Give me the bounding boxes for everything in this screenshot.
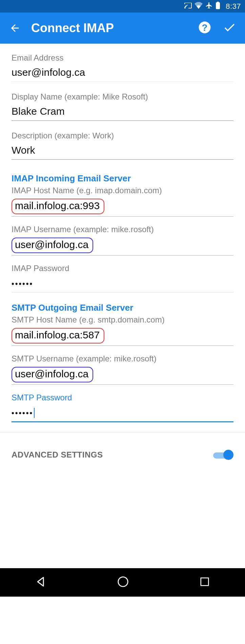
page-title: Connect IMAP <box>24 21 198 35</box>
system-nav-bar <box>0 568 245 597</box>
confirm-button[interactable] <box>223 21 236 36</box>
app-bar: Connect IMAP ? <box>0 13 245 44</box>
help-button[interactable]: ? <box>198 21 211 35</box>
imap-pass-input[interactable]: •••••• <box>12 276 233 292</box>
battery-icon <box>216 2 220 11</box>
smtp-user-highlight: user@infolog.ca <box>12 367 93 382</box>
smtp-section-heading: SMTP Outgoing Email Server <box>12 303 233 313</box>
svg-rect-1 <box>216 2 220 9</box>
advanced-settings-row[interactable]: ADVANCED SETTINGS <box>0 440 245 470</box>
back-button[interactable] <box>5 22 24 34</box>
svg-rect-6 <box>201 578 209 586</box>
svg-point-0 <box>184 7 186 8</box>
nav-home-button[interactable] <box>117 576 129 589</box>
cast-icon <box>184 2 192 11</box>
imap-host-input[interactable]: mail.infolog.ca:993 <box>15 200 100 211</box>
smtp-pass-label: SMTP Password <box>12 393 233 402</box>
imap-user-input[interactable]: user@infolog.ca <box>15 239 88 250</box>
wifi-icon <box>195 2 203 11</box>
display-name-input[interactable]: Blake Cram <box>12 104 233 121</box>
svg-rect-2 <box>217 2 219 3</box>
description-input[interactable]: Work <box>12 143 233 160</box>
description-field-group: Description (example: Work) Work <box>12 131 233 160</box>
form-content: Email Address user@infolog.ca Display Na… <box>0 44 245 440</box>
imap-user-highlight: user@infolog.ca <box>12 238 93 253</box>
status-clock: 8:37 <box>226 2 241 11</box>
email-field-group: Email Address user@infolog.ca <box>12 53 233 82</box>
smtp-pass-field-group: SMTP Password •••••• <box>12 393 233 422</box>
svg-text:?: ? <box>202 23 207 33</box>
advanced-settings-label: ADVANCED SETTINGS <box>12 450 103 460</box>
description-label: Description (example: Work) <box>12 131 233 140</box>
nav-back-button[interactable] <box>35 576 47 589</box>
smtp-pass-input[interactable]: •••••• <box>12 405 233 422</box>
imap-pass-label: IMAP Password <box>12 264 233 273</box>
nav-recent-button[interactable] <box>200 577 210 588</box>
display-name-field-group: Display Name (example: Mike Rosoft) Blak… <box>12 92 233 121</box>
imap-user-label: IMAP Username (example: mike.rosoft) <box>12 225 233 234</box>
smtp-host-field-group: SMTP Host Name (e.g. smtp.domain.com) ma… <box>12 315 233 346</box>
smtp-host-highlight: mail.infolog.ca:587 <box>12 328 104 343</box>
advanced-settings-toggle[interactable] <box>213 449 233 461</box>
imap-host-highlight: mail.infolog.ca:993 <box>12 199 104 214</box>
status-bar: 8:37 <box>0 0 245 13</box>
imap-pass-field-group: IMAP Password •••••• <box>12 264 233 292</box>
smtp-user-input[interactable]: user@infolog.ca <box>15 368 88 379</box>
email-label: Email Address <box>12 53 233 63</box>
imap-host-label: IMAP Host Name (e.g. imap.domain.com) <box>12 186 233 195</box>
email-input[interactable]: user@infolog.ca <box>12 65 233 82</box>
imap-user-field-group: IMAP Username (example: mike.rosoft) use… <box>12 225 233 256</box>
smtp-user-label: SMTP Username (example: mike.rosoft) <box>12 354 233 363</box>
airplane-icon <box>205 2 213 11</box>
status-icons <box>184 2 220 11</box>
text-cursor <box>34 408 35 418</box>
smtp-host-input[interactable]: mail.infolog.ca:587 <box>15 329 100 340</box>
smtp-host-label: SMTP Host Name (e.g. smtp.domain.com) <box>12 315 233 325</box>
imap-host-field-group: IMAP Host Name (e.g. imap.domain.com) ma… <box>12 186 233 217</box>
smtp-user-field-group: SMTP Username (example: mike.rosoft) use… <box>12 354 233 385</box>
imap-section-heading: IMAP Incoming Email Server <box>12 173 233 184</box>
svg-point-5 <box>118 577 128 586</box>
divider <box>0 432 245 433</box>
display-name-label: Display Name (example: Mike Rosoft) <box>12 92 233 102</box>
